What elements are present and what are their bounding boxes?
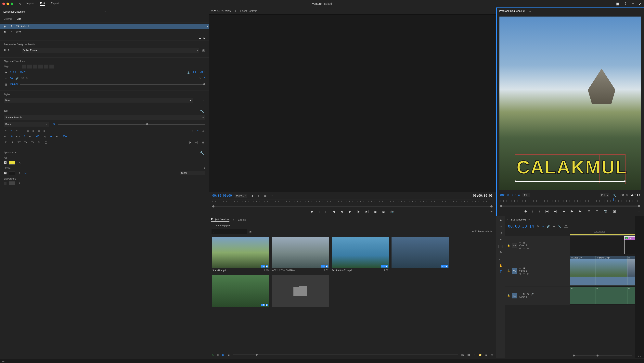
add-kf-icon[interactable]: ◇ <box>523 247 525 250</box>
insert-icon[interactable]: ⊞ <box>374 210 377 213</box>
subscript-icon[interactable]: T₁ <box>37 140 41 144</box>
underline-icon[interactable]: T <box>44 140 48 144</box>
fill-checkbox[interactable]: ✓ <box>4 161 6 164</box>
workspace-menu-icon[interactable]: ≡ <box>632 1 634 6</box>
eyedropper-icon[interactable]: ✎ <box>18 181 22 185</box>
step-back-icon[interactable]: ◀| <box>554 209 557 213</box>
visibility-icon[interactable]: ◉ <box>4 25 7 28</box>
prev-page-icon[interactable]: ◀ <box>250 194 254 198</box>
text-settings-icon[interactable]: 🔧 <box>200 109 204 113</box>
opacity-field[interactable]: 100.0 % <box>10 83 18 86</box>
next-kf-icon[interactable]: ▶ <box>527 247 529 250</box>
panel-menu-icon[interactable]: ≡ <box>104 10 206 13</box>
align-vcenter-icon[interactable] <box>44 64 48 68</box>
razor-tool-icon[interactable]: ✂ <box>500 238 502 242</box>
snap-icon[interactable]: ❄ <box>537 225 539 228</box>
play-icon[interactable]: ▶ <box>349 210 351 213</box>
allcaps-icon[interactable]: TT <box>17 140 21 144</box>
write-marker-icon[interactable]: ✎ <box>212 353 214 357</box>
next-kf-icon[interactable]: ▶ <box>527 272 529 275</box>
baseline-field[interactable]: 0 <box>50 135 52 138</box>
automate-icon[interactable]: ▮▮ <box>467 353 470 357</box>
stroke-width-field[interactable]: 6.0 <box>24 172 27 174</box>
mark-in-bracket-icon[interactable]: { <box>319 210 320 213</box>
next-page-icon[interactable]: ▶ <box>256 194 260 198</box>
fill-swatch[interactable] <box>9 161 15 165</box>
audio-clip[interactable]: ▭ <box>570 287 596 304</box>
freeform-view-icon[interactable]: ▣ <box>228 353 230 357</box>
align-left-icon[interactable] <box>22 64 26 68</box>
timeline-clip[interactable]: ▭ StarsTL.mp4 [ <box>596 256 627 286</box>
tab-effect-controls[interactable]: Effect Controls <box>240 9 257 12</box>
resolution-select[interactable]: Full <box>600 193 608 197</box>
new-bin-icon[interactable]: 📁 <box>478 353 482 357</box>
delete-icon[interactable]: 🗑 <box>490 353 493 357</box>
add-kf-icon[interactable]: ◇ <box>523 272 525 275</box>
stroke-position-select[interactable]: Outer <box>180 171 205 175</box>
source-ruler[interactable] <box>212 199 492 205</box>
close-button[interactable] <box>2 2 5 5</box>
new-group-icon[interactable]: ▬ <box>199 37 201 39</box>
new-layer-icon[interactable]: ▣ <box>203 37 205 39</box>
program-ruler[interactable] <box>500 199 640 205</box>
push-style-icon[interactable]: ↓ <box>195 98 199 102</box>
ripple-icon[interactable]: ↔ <box>270 194 274 198</box>
linked-selection-icon[interactable]: 🔗 <box>547 225 550 228</box>
lock-icon[interactable]: 🔓 <box>507 244 510 247</box>
tracking-field[interactable]: 0 <box>24 135 25 138</box>
marker-icon[interactable]: ◆ <box>553 225 555 228</box>
stroke-swatch[interactable] <box>9 171 15 175</box>
scale-field[interactable]: 50 <box>10 77 12 80</box>
justify-left-icon[interactable]: ≣ <box>26 129 30 132</box>
superscript-icon[interactable]: T¹ <box>30 140 34 144</box>
size-slider[interactable] <box>58 124 205 125</box>
caption-icon[interactable]: CC <box>564 225 568 228</box>
panel-menu-icon[interactable]: ≡ <box>530 10 531 13</box>
goto-out-icon[interactable]: ▶| <box>579 209 582 213</box>
lock-icon[interactable]: 🔓 <box>507 270 510 272</box>
source-page-select[interactable]: Page 1 <box>234 194 247 198</box>
valign-mid-icon[interactable]: ≡ <box>196 129 200 132</box>
clip-item[interactable]: HD▶StarsTL.mp46:15 <box>212 237 269 273</box>
program-timecode[interactable]: 00:00:38:14 <box>500 194 520 197</box>
clip-item[interactable]: HD▶A002_C018_0922BW...1:02 <box>272 237 329 273</box>
pos-y-field[interactable]: 284.7 <box>20 71 26 74</box>
goto-in-icon[interactable]: |◀ <box>332 210 335 213</box>
sort-icon[interactable]: ≡▾ <box>461 353 464 357</box>
bg-checkbox[interactable] <box>4 182 6 185</box>
smallcaps-icon[interactable]: Tᴛ <box>24 140 28 144</box>
add-button-icon[interactable]: + <box>490 210 492 214</box>
ltr-icon[interactable]: ¶▸ <box>188 140 192 144</box>
voiceover-icon[interactable]: 🎤 <box>531 293 534 296</box>
lift-icon[interactable]: ⊟ <box>588 209 590 213</box>
overwrite-icon[interactable]: ⊡ <box>382 210 385 213</box>
tab-effects[interactable]: Effects <box>238 218 246 221</box>
justify-right-icon[interactable]: ≣ <box>37 129 41 132</box>
lock-icon[interactable]: 🔓 <box>507 294 510 297</box>
new-item-icon[interactable]: ▣ <box>485 353 488 357</box>
search-input[interactable] <box>212 229 247 234</box>
title-underline[interactable] <box>516 181 625 182</box>
pos-x-field[interactable]: 318.8 , <box>10 71 17 74</box>
settings-icon[interactable]: 🔧 <box>613 194 617 197</box>
style-select[interactable]: None <box>4 98 192 103</box>
panel-menu-icon[interactable]: ≡ <box>235 10 236 12</box>
target-icon[interactable]: ▭ <box>519 267 521 270</box>
tab-import[interactable]: Import <box>26 2 34 6</box>
audio-clip[interactable]: ▭ <box>596 287 627 304</box>
sequence-tab[interactable]: Sequence 01 <box>511 218 526 221</box>
justify-all-icon[interactable]: ≣ <box>42 129 46 132</box>
type-tool-icon[interactable]: T <box>500 270 502 274</box>
sync-icon[interactable]: ☁ <box>2 359 4 362</box>
tsume-field[interactable]: 400 <box>63 135 66 138</box>
tab-project[interactable]: Project: Venture <box>211 218 230 222</box>
timeline-ruler[interactable]: 00:00:29:23 00:00:44:22 <box>570 230 635 236</box>
pen-tool-icon[interactable]: ✎ <box>500 251 502 254</box>
eg-tab-browse[interactable]: Browse <box>4 17 12 22</box>
close-tab-icon[interactable]: × <box>507 218 509 221</box>
program-monitor[interactable]: CALAKMUL <box>500 16 641 190</box>
bg-swatch[interactable] <box>9 181 15 185</box>
link-icon[interactable]: 🔗 <box>15 76 19 80</box>
panel-menu-icon[interactable]: ≡ <box>233 218 234 221</box>
in-bracket-icon[interactable]: { <box>532 210 533 213</box>
